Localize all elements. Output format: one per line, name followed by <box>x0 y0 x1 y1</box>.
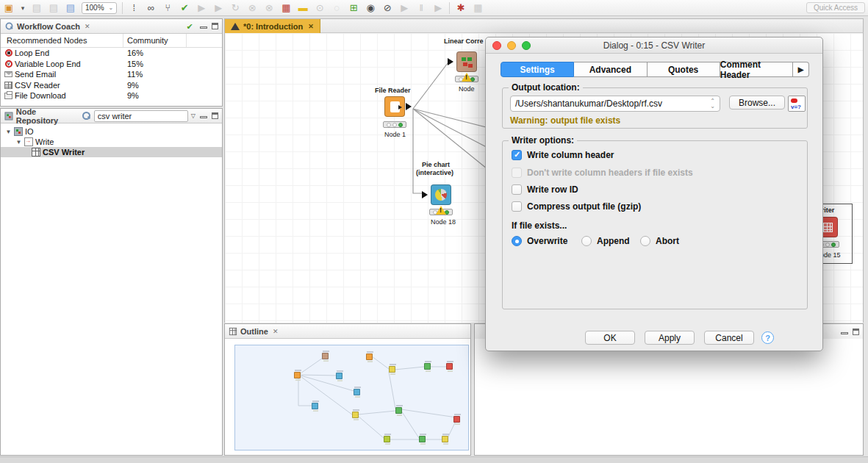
node-title: Linear Corre <box>444 37 484 45</box>
search-icon[interactable] <box>82 111 91 121</box>
stepper-icon[interactable]: ⌃⌄ <box>710 98 715 109</box>
show-node-ids-icon[interactable]: ◉ <box>365 1 376 15</box>
new-workflow-icon[interactable]: ▣ <box>3 1 15 15</box>
tree-expand-icon[interactable]: ▼ <box>15 139 22 146</box>
quick-access-button[interactable]: Quick Access <box>806 2 865 13</box>
minimize-window-button[interactable] <box>507 41 516 50</box>
tree-item-io[interactable]: ▼ IO <box>1 126 222 137</box>
auto-layout-icon[interactable]: ⑂ <box>162 1 173 15</box>
browse-button[interactable]: Browse... <box>729 96 785 110</box>
apply-button[interactable]: Apply <box>645 331 695 345</box>
input-port[interactable] <box>448 58 453 65</box>
radio-overwrite[interactable]: Overwrite <box>512 236 567 246</box>
align-nodes-icon[interactable]: ⁞ <box>128 1 140 15</box>
radio-append[interactable]: Append <box>581 236 630 246</box>
workflow-minimap[interactable] <box>234 345 469 451</box>
ok-button[interactable]: OK <box>585 331 635 345</box>
checkbox-icon[interactable] <box>512 150 522 160</box>
radio-abort[interactable]: Abort <box>640 236 679 246</box>
close-icon[interactable]: ✕ <box>273 328 279 335</box>
tab-settings[interactable]: Settings <box>501 62 574 77</box>
minimize-icon[interactable] <box>200 26 207 29</box>
maximize-icon[interactable] <box>853 329 859 335</box>
close-icon[interactable]: ✕ <box>85 23 90 30</box>
search-tool-icon[interactable]: ◌ <box>331 1 342 15</box>
checkbox-compress-gzip[interactable]: Compress output file (gzip) <box>512 201 641 212</box>
status-bar <box>0 456 868 463</box>
coach-row[interactable]: CSV Reader 9% <box>1 80 222 91</box>
save-all-icon[interactable]: ▤ <box>65 1 76 15</box>
tree-item-csv-writer[interactable]: CSV Writer <box>1 147 222 157</box>
tree-expand-icon[interactable]: ▼ <box>5 129 12 135</box>
maximize-icon[interactable] <box>212 112 218 119</box>
workflow-coach-panel: Workflow Coach ✕ ✔ Recommended Nodes Com… <box>0 18 223 107</box>
save-as-icon[interactable]: ▤ <box>48 1 60 15</box>
node-search-input[interactable] <box>94 110 188 122</box>
close-window-button[interactable] <box>492 41 501 50</box>
layout-editor-icon[interactable]: ▦ <box>472 1 484 15</box>
output-path-combo[interactable]: /Users/shantanukumar/Desktop/rf.csv ⌃⌄ <box>510 96 720 112</box>
coach-row[interactable]: V Variable Loop End 15% <box>1 59 222 70</box>
pause-icon[interactable]: ‖ <box>415 1 427 15</box>
execute-all-icon[interactable]: ▶ <box>212 1 224 15</box>
radio-icon[interactable] <box>581 236 592 246</box>
coach-col-community[interactable]: Community <box>127 36 168 45</box>
close-icon[interactable]: ✕ <box>308 23 314 30</box>
coach-row[interactable]: File Download 9% <box>1 90 222 101</box>
execute-edit-icon[interactable]: ▶ <box>398 1 410 15</box>
minimap-node <box>384 436 390 442</box>
link-nodes-icon[interactable]: ∞ <box>145 1 157 15</box>
node-file-reader[interactable] <box>384 96 405 117</box>
coach-row[interactable]: Send Email 11% <box>1 69 222 80</box>
save-icon[interactable]: ▤ <box>31 1 43 15</box>
cancel-all-icon[interactable]: ⊗ <box>263 1 275 15</box>
tab-advanced[interactable]: Advanced <box>574 62 647 77</box>
radio-icon[interactable] <box>512 236 522 246</box>
tree-item-write[interactable]: ▼ Write <box>1 137 222 147</box>
tab-overflow-arrow[interactable]: ▶ <box>793 62 809 77</box>
checkbox-label: Compress output file (gzip) <box>527 201 641 212</box>
flow-variable-button[interactable] <box>788 96 806 112</box>
maximize-icon[interactable] <box>212 23 218 29</box>
coach-row[interactable]: Loop End 16% <box>1 48 222 59</box>
coach-col-nodes[interactable]: Recommended Nodes <box>7 36 87 45</box>
radio-icon[interactable] <box>640 236 650 246</box>
zoom-tool-icon[interactable]: ⊙ <box>314 1 326 15</box>
minimap-node <box>312 403 318 409</box>
new-dropdown-caret[interactable]: ▾ <box>20 1 26 15</box>
checkbox-write-row-id[interactable]: Write row ID <box>512 184 578 195</box>
loop-execute-icon[interactable]: ↻ <box>229 1 241 15</box>
annotation-icon[interactable]: ▬ <box>297 1 309 15</box>
help-icon[interactable]: ? <box>761 331 774 344</box>
tab-quotes[interactable]: Quotes <box>648 62 720 77</box>
execute-icon[interactable]: ▶ <box>196 1 207 15</box>
filter-dropdown-icon[interactable]: ▽ <box>191 112 196 119</box>
minimize-icon[interactable] <box>841 332 848 334</box>
dialog-titlebar[interactable]: Dialog - 0:15 - CSV Writer <box>486 37 822 54</box>
tab-comment-header[interactable]: Comment Header <box>720 62 793 77</box>
coach-preferences-icon[interactable]: ✔ <box>184 20 196 33</box>
tab-introduction[interactable]: *0: Introduction ✕ <box>225 19 320 34</box>
zoom-window-button[interactable] <box>522 41 531 50</box>
report-designer-icon[interactable]: ✱ <box>455 1 467 15</box>
zoom-select[interactable]: 100% ⌄ <box>82 2 117 14</box>
checkbox-write-column-header[interactable]: Write column header <box>512 150 614 160</box>
step-icon[interactable]: ▶ <box>432 1 444 15</box>
input-port[interactable] <box>422 191 428 198</box>
open-table-icon[interactable]: ▦ <box>280 1 292 15</box>
output-port[interactable] <box>406 103 412 110</box>
cancel-button[interactable]: Cancel <box>704 331 754 345</box>
coach-column-headers: Recommended Nodes Community <box>1 34 222 48</box>
minimize-icon[interactable] <box>200 116 207 118</box>
checkbox-icon[interactable] <box>512 201 522 212</box>
coach-row-name: Variable Loop End <box>15 60 81 68</box>
minimap-node <box>389 366 395 373</box>
checkbox-icon[interactable] <box>512 184 522 195</box>
add-metanode-icon[interactable]: ⊞ <box>348 1 359 15</box>
correlation-icon <box>462 57 472 66</box>
node-linear-correlation[interactable] <box>456 51 477 72</box>
hide-node-names-icon[interactable]: ⊘ <box>381 1 393 15</box>
check-workflow-icon[interactable]: ✔ <box>179 1 190 15</box>
cancel-icon[interactable]: ⊗ <box>246 1 258 15</box>
node-pie-chart[interactable] <box>431 184 451 205</box>
